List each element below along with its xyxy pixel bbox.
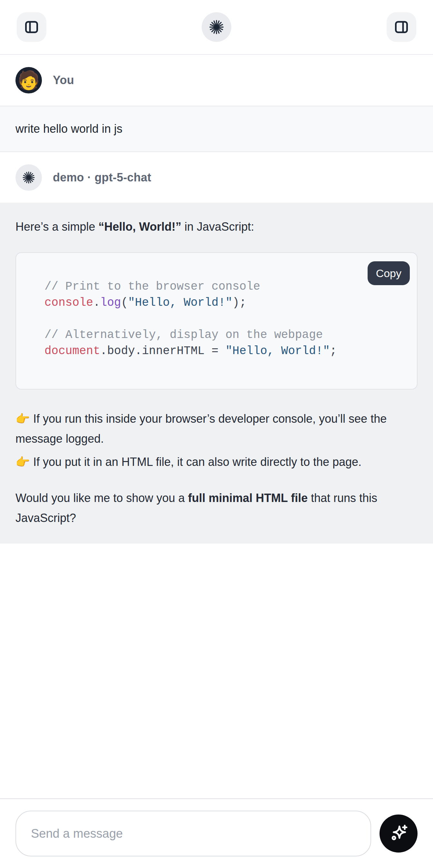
assistant-sender-label: demo · gpt-5-chat <box>53 171 151 184</box>
right-panel-toggle-button[interactable] <box>386 12 416 42</box>
pointing-right-emoji: 👉 <box>16 412 30 425</box>
assistant-avatar <box>16 164 42 191</box>
panel-left-icon <box>24 19 40 35</box>
composer <box>0 798 433 868</box>
send-button[interactable] <box>379 814 417 852</box>
user-avatar: 🧑 <box>16 67 42 93</box>
topbar <box>0 0 433 55</box>
person-emoji: 🧑 <box>18 71 40 89</box>
code-content: // Print to the browser consoleconsole.l… <box>44 279 404 359</box>
user-message: write hello world in js <box>0 106 433 152</box>
pointing-right-emoji: 👉 <box>16 455 30 468</box>
assistant-intro-paragraph: Here’s a simple “Hello, World!” in JavaS… <box>16 217 417 237</box>
tip-paragraph: 👉 If you run this inside your browser’s … <box>16 409 417 449</box>
user-message-text: write hello world in js <box>16 122 417 135</box>
message-input[interactable] <box>16 811 371 857</box>
tip-paragraph: 👉 If you put it in an HTML file, it can … <box>16 452 417 472</box>
user-turn-header: 🧑 You <box>0 55 433 106</box>
copy-button[interactable]: Copy <box>368 261 410 285</box>
starburst-icon <box>208 19 225 35</box>
starburst-icon <box>22 170 36 185</box>
chat-empty-area <box>0 544 433 798</box>
assistant-message: Here’s a simple “Hello, World!” in JavaS… <box>0 203 433 544</box>
sidebar-toggle-button[interactable] <box>17 12 47 42</box>
sparkle-icon <box>388 823 409 844</box>
code-block: Copy // Print to the browser consolecons… <box>16 252 417 390</box>
assistant-turn-header: demo · gpt-5-chat <box>0 152 433 203</box>
user-sender-label: You <box>53 73 74 87</box>
assistant-closing-paragraph: Would you like me to show you a full min… <box>16 488 417 528</box>
panel-right-icon <box>393 19 409 35</box>
model-button[interactable] <box>202 12 231 42</box>
